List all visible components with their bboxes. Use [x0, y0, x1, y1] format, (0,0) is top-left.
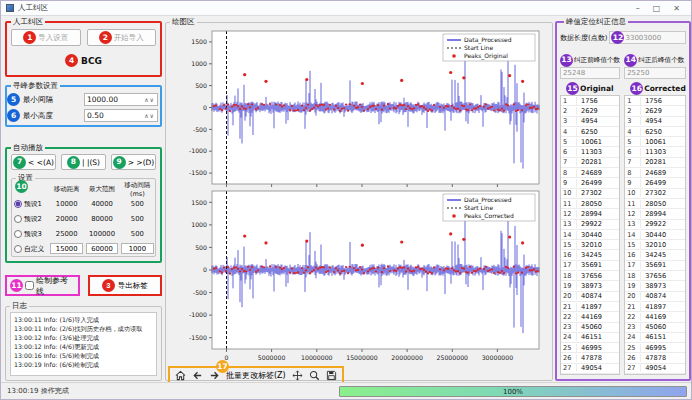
import-settings-label: 导入设置: [38, 33, 68, 43]
peak-row[interactable]: 2546995: [561, 343, 619, 353]
step-back-button[interactable]: 7 < <(A): [11, 154, 56, 170]
maximize-button[interactable]: □: [653, 4, 661, 13]
peak-row[interactable]: 2647878: [625, 353, 685, 363]
peak-row[interactable]: 611303: [625, 147, 685, 157]
reference-line-checkbox-box[interactable]: 11 绘制参考线: [5, 275, 80, 296]
peak-row[interactable]: 46250: [561, 127, 619, 137]
preset-value: 40000: [84, 200, 119, 208]
preset-radio-1[interactable]: 预设1: [12, 199, 49, 209]
preset-radio-input-1[interactable]: [14, 200, 22, 208]
peak-row[interactable]: 1027302: [625, 189, 685, 199]
peak-row[interactable]: 2141897: [561, 302, 619, 312]
peak-row[interactable]: 1329922: [625, 220, 685, 230]
preset-radio-4[interactable]: 自定义: [12, 244, 49, 254]
peak-row[interactable]: 2345060: [561, 323, 619, 333]
preset-radio-input-4[interactable]: [14, 245, 22, 253]
preset-radio-input-2[interactable]: [14, 215, 22, 223]
peak-row[interactable]: 2244169: [625, 312, 685, 322]
min-interval-spinbox[interactable]: 1000.00 ∧∨: [84, 93, 158, 106]
custom-value-input[interactable]: [121, 243, 154, 254]
peak-row[interactable]: 1430440: [625, 230, 685, 240]
peak-row[interactable]: 1938973: [625, 281, 685, 291]
import-settings-button[interactable]: 1 导入设置: [11, 29, 81, 46]
peak-row[interactable]: 22629: [625, 106, 685, 116]
close-button[interactable]: ✕: [673, 4, 680, 13]
peak-row[interactable]: 2749054: [561, 364, 619, 374]
peak-row[interactable]: 2446151: [561, 333, 619, 343]
spinner-arrows-icon[interactable]: ∧∨: [144, 112, 155, 119]
peak-row[interactable]: 11756: [561, 96, 619, 106]
peak-row[interactable]: 510061: [625, 137, 685, 147]
peak-row[interactable]: 1228994: [561, 209, 619, 219]
peak-row[interactable]: 1837656: [625, 271, 685, 281]
custom-value-input[interactable]: [50, 243, 83, 254]
preset-radio-3[interactable]: 预设3: [12, 229, 49, 239]
peak-row[interactable]: 1128050: [625, 199, 685, 209]
peak-row[interactable]: 1430440: [561, 230, 619, 240]
svg-text:10000000: 10000000: [301, 354, 333, 361]
peak-row[interactable]: 1532010: [561, 240, 619, 250]
peak-row[interactable]: 1532010: [625, 240, 685, 250]
peak-row[interactable]: 611303: [561, 147, 619, 157]
peak-row[interactable]: 510061: [561, 137, 619, 147]
preset-radio-2[interactable]: 预设2: [12, 214, 49, 224]
peak-row[interactable]: 1027302: [561, 189, 619, 199]
peak-row[interactable]: 22629: [561, 106, 619, 116]
step-forward-button[interactable]: 9 > >(D): [111, 154, 156, 170]
pan-icon[interactable]: [292, 370, 303, 381]
log-entry: 13:00:11 Info: (1/6)导入完成: [14, 315, 153, 324]
peak-row[interactable]: 926499: [561, 178, 619, 188]
peak-row[interactable]: 2345060: [625, 323, 685, 333]
plot-canvas-bottom[interactable]: -1500-1000-50005001000150005000000100000…: [166, 187, 552, 365]
pause-button[interactable]: 8 | |(S): [61, 154, 106, 170]
preset-value: 100000: [84, 230, 119, 238]
peak-row[interactable]: 824689: [561, 168, 619, 178]
min-height-spinbox[interactable]: 0.50 ∧∨: [84, 109, 158, 122]
som-mark-15: 15: [566, 82, 579, 95]
preset-radio-input-3[interactable]: [14, 230, 22, 238]
export-labels-button[interactable]: 3 导出标签: [88, 275, 162, 296]
peak-row[interactable]: 824689: [625, 168, 685, 178]
corrected-peaks-table[interactable]: 1175622629349544625051006161130372028182…: [624, 95, 686, 375]
peak-row[interactable]: 1634245: [561, 250, 619, 260]
peak-row[interactable]: 1634245: [625, 250, 685, 260]
spinner-arrows-icon[interactable]: ∧∨: [144, 96, 155, 103]
minimize-button[interactable]: –: [636, 4, 640, 13]
reference-line-checkbox[interactable]: [25, 281, 34, 290]
svg-text:500: 500: [195, 82, 207, 89]
som-mark-8: 8: [67, 156, 80, 169]
peak-row[interactable]: 2040874: [561, 292, 619, 302]
peak-row[interactable]: 1837656: [561, 271, 619, 281]
peak-row[interactable]: 34954: [625, 117, 685, 127]
peak-row[interactable]: 2141897: [625, 302, 685, 312]
back-icon[interactable]: [192, 370, 203, 381]
peak-row[interactable]: 1228994: [625, 209, 685, 219]
home-icon[interactable]: [175, 370, 186, 381]
peak-row[interactable]: 46250: [625, 127, 685, 137]
peak-row[interactable]: 720281: [561, 158, 619, 168]
peak-row[interactable]: 2647878: [561, 353, 619, 363]
custom-value-input[interactable]: [86, 243, 119, 254]
plot-canvas-top[interactable]: -1500-1000-500050010001500Data_Processed…: [166, 27, 552, 187]
log-list[interactable]: 13:00:11 Info: (1/6)导入完成13:00:11 Info: (…: [10, 312, 157, 376]
peak-row[interactable]: 34954: [561, 117, 619, 127]
peak-row[interactable]: 1735691: [561, 261, 619, 271]
peak-row[interactable]: 11756: [625, 96, 685, 106]
peak-row[interactable]: 2546995: [625, 343, 685, 353]
original-peaks-table[interactable]: 1175622629349544625051006161130372028182…: [560, 95, 620, 375]
peak-row[interactable]: 2446151: [625, 333, 685, 343]
peak-row[interactable]: 1128050: [561, 199, 619, 209]
peak-row[interactable]: 926499: [625, 178, 685, 188]
start-import-button[interactable]: 2 开始导入: [87, 29, 157, 46]
batch-edit-labels-button[interactable]: 批量更改标签(Z): [226, 370, 286, 381]
zoom-icon[interactable]: [309, 370, 320, 381]
peak-row[interactable]: 2244169: [561, 312, 619, 322]
peak-row[interactable]: 1735691: [625, 261, 685, 271]
peak-row[interactable]: 1938973: [561, 281, 619, 291]
after-count-value: 25250: [627, 69, 649, 77]
peak-row[interactable]: 2749054: [625, 364, 685, 374]
peak-row[interactable]: 1329922: [561, 220, 619, 230]
peak-row[interactable]: 720281: [625, 158, 685, 168]
save-icon[interactable]: [326, 370, 337, 381]
peak-row[interactable]: 2040874: [625, 292, 685, 302]
